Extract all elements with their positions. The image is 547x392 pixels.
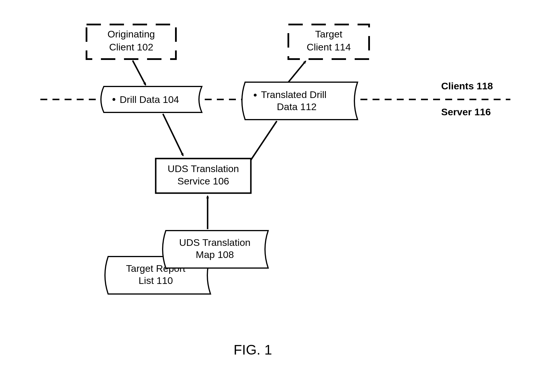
originating-client-box: Originating Client 102: [87, 24, 176, 59]
translated-drill-doc: Translated Drill Data 112: [242, 82, 358, 120]
figure-caption: FIG. 1: [234, 342, 272, 357]
uds-service-line2: Service 106: [177, 176, 229, 186]
target-client-line2: Client 114: [307, 42, 351, 52]
arrow-translated-to-targetclient: [288, 61, 306, 82]
uds-map-line2: Map 108: [196, 249, 234, 260]
translated-drill-line2: Data 112: [277, 101, 317, 112]
arrow-origclient-to-drilldata: [133, 61, 146, 85]
svg-point-5: [112, 98, 115, 101]
drill-data-label: Drill Data 104: [120, 94, 179, 105]
originating-client-line2: Client 102: [109, 42, 153, 52]
originating-client-line1: Originating: [108, 29, 155, 39]
uds-service-line1: UDS Translation: [168, 163, 239, 174]
uds-map-doc: UDS Translation Map 108: [163, 231, 268, 268]
server-label: Server 116: [441, 106, 491, 117]
uds-service-box: UDS Translation Service 106: [156, 159, 251, 193]
translated-drill-line1: Translated Drill: [261, 89, 326, 100]
target-client-box: Target Client 114: [288, 24, 369, 59]
arrow-drilldata-to-udsservice: [163, 114, 183, 156]
target-report-line2: List 110: [138, 275, 173, 286]
uds-map-line1: UDS Translation: [179, 237, 251, 248]
svg-point-6: [254, 94, 257, 97]
arrow-udsservice-to-translated-seg1: [251, 121, 277, 160]
clients-label: Clients 118: [441, 80, 493, 91]
drill-data-doc: Drill Data 104: [101, 86, 202, 112]
target-client-line1: Target: [315, 29, 343, 39]
